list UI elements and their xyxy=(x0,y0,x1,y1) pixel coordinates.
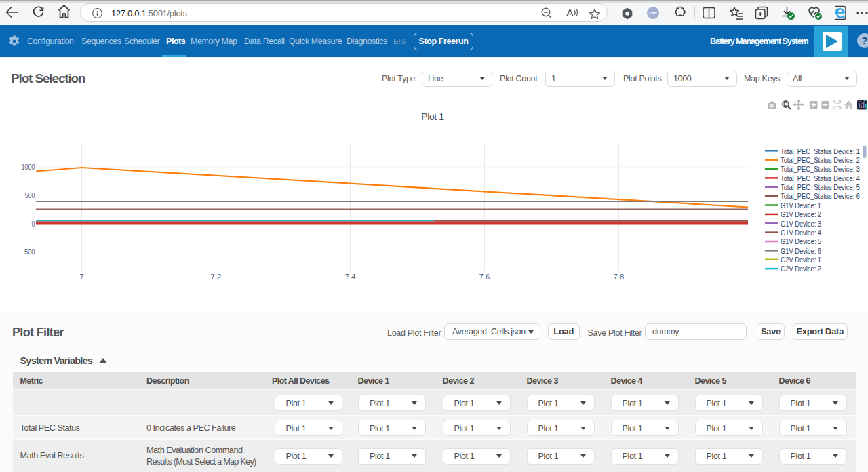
svg-text:G2V Device: 1: G2V Device: 1 xyxy=(781,255,821,264)
svg-text:Total_PEC_Status Device: 2: Total_PEC_Status Device: 2 xyxy=(781,155,860,165)
svg-text:G1V Device: 4: G1V Device: 4 xyxy=(781,228,821,237)
svg-text:500: 500 xyxy=(25,191,35,199)
svg-text:0: 0 xyxy=(32,220,35,228)
svg-text:Total_PEC_Status Device: 1: Total_PEC_Status Device: 1 xyxy=(781,146,860,156)
svg-text:G1V Device: 5: G1V Device: 5 xyxy=(781,237,821,246)
svg-text:Total_PEC_Status Device: 3: Total_PEC_Status Device: 3 xyxy=(781,164,860,174)
svg-text:G1V Device: 1: G1V Device: 1 xyxy=(781,201,821,210)
svg-text:7.4: 7.4 xyxy=(345,273,357,281)
svg-text:7.2: 7.2 xyxy=(211,273,222,281)
svg-text:1000: 1000 xyxy=(22,163,35,171)
svg-text:G1V Device: 2: G1V Device: 2 xyxy=(781,210,821,219)
svg-text:Total_PEC_Status Device: 5: Total_PEC_Status Device: 5 xyxy=(781,182,860,192)
svg-text:Plot 1: Plot 1 xyxy=(421,111,444,122)
svg-text:7.8: 7.8 xyxy=(614,273,625,281)
svg-text:G1V Device: 6: G1V Device: 6 xyxy=(781,246,821,256)
svg-text:G1V Device: 3: G1V Device: 3 xyxy=(781,219,821,229)
svg-text:G2V Device: 2: G2V Device: 2 xyxy=(781,264,821,273)
svg-text:Total_PEC_Status Device: 6: Total_PEC_Status Device: 6 xyxy=(781,191,860,201)
svg-text:7.6: 7.6 xyxy=(479,273,490,281)
svg-text:Total_PEC_Status Device: 4: Total_PEC_Status Device: 4 xyxy=(781,174,860,183)
svg-text:−500: −500 xyxy=(21,248,35,256)
svg-text:7: 7 xyxy=(79,273,83,281)
